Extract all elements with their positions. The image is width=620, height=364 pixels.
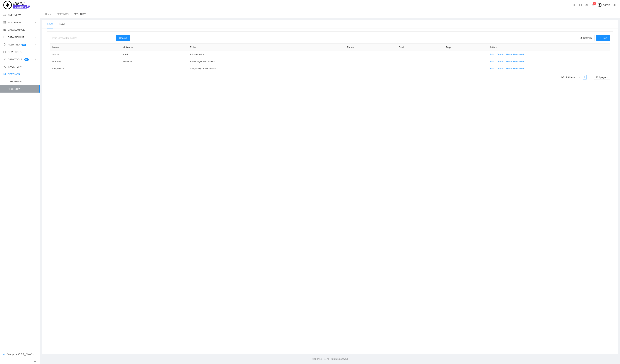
sidebar-item-overview[interactable]: OVERVIEW xyxy=(0,11,40,19)
action-reset-password[interactable]: Reset Password xyxy=(506,53,524,56)
svg-rect-3 xyxy=(5,23,6,23)
cell-nickname: readonly xyxy=(120,58,187,65)
logo[interactable]: INFINI Console //// xyxy=(0,0,40,10)
sidebar-submenu-settings: CREDENTIAL SECURITY xyxy=(0,78,40,93)
breadcrumb: Home / SETTINGS / SECURITY xyxy=(40,10,620,18)
cell-tags xyxy=(443,65,487,72)
sidebar-item-label: OVERVIEW xyxy=(8,14,36,16)
sidebar-item-platform[interactable]: PLATFORM xyxy=(0,19,40,26)
action-edit[interactable]: Edit xyxy=(489,60,494,63)
table-row: insightonlyInsightonlyUI,AllClustersEdit… xyxy=(50,65,610,72)
cell-phone xyxy=(344,51,396,58)
sidebar-subitem-credential[interactable]: CREDENTIAL xyxy=(0,78,40,85)
platform-icon xyxy=(3,21,6,24)
col-name: Name xyxy=(50,44,120,51)
svg-marker-19 xyxy=(3,353,5,355)
gear-icon xyxy=(3,73,6,75)
pagination-prev[interactable] xyxy=(578,76,581,78)
footer-copyright: ©INFINI.LTD, All Rights Reserved. xyxy=(42,354,618,362)
version-text: Enterprise (1.5.0_SNAPS... xyxy=(7,353,35,355)
notifications-icon[interactable]: 9 xyxy=(591,3,594,6)
chevron-down-icon xyxy=(35,21,36,23)
main: 9 admin Home / SETTINGS / SECURITY User … xyxy=(40,0,620,364)
chevron-down-icon xyxy=(35,58,36,60)
sidebar-item-data-insight[interactable]: DATA INSIGHT xyxy=(0,33,40,41)
tab-role[interactable]: Role xyxy=(59,20,65,29)
new-button[interactable]: New xyxy=(596,35,610,41)
sidebar-item-dev-tools[interactable]: DEV TOOLS xyxy=(0,48,40,56)
cell-actions: Edit|Delete|Reset Password xyxy=(487,51,610,58)
avatar-icon xyxy=(598,3,602,7)
refresh-icon xyxy=(580,37,582,39)
svg-line-16 xyxy=(4,66,5,67)
sidebar-collapse-toggle[interactable] xyxy=(0,358,40,364)
fullscreen-icon[interactable] xyxy=(579,3,582,6)
pagination-page-1[interactable]: 1 xyxy=(583,75,587,79)
sidebar-subitem-security[interactable]: SECURITY xyxy=(0,85,40,93)
action-delete[interactable]: Delete xyxy=(496,60,503,63)
svg-point-13 xyxy=(4,67,4,67)
breadcrumb-settings[interactable]: SETTINGS xyxy=(57,13,69,15)
tool-icon xyxy=(3,58,6,61)
svg-point-15 xyxy=(5,67,5,67)
svg-point-14 xyxy=(5,66,5,66)
alert-icon xyxy=(3,43,6,46)
language-icon[interactable] xyxy=(613,3,616,6)
refresh-button[interactable]: Refresh xyxy=(577,35,594,41)
search-input[interactable] xyxy=(50,35,116,41)
cell-email xyxy=(396,65,443,72)
cell-tags xyxy=(443,51,487,58)
action-edit[interactable]: Edit xyxy=(489,53,494,56)
action-delete[interactable]: Delete xyxy=(496,53,503,56)
chevron-down-icon xyxy=(607,76,608,78)
cell-name: readonly xyxy=(50,58,120,65)
sidebar-item-label: DEV TOOLS xyxy=(8,51,35,53)
chevron-up-icon xyxy=(35,73,36,75)
tabs: User Role xyxy=(42,20,618,29)
col-actions: Actions xyxy=(487,44,610,51)
pagination-next[interactable] xyxy=(588,76,591,78)
pro-badge: Pro xyxy=(24,58,29,61)
sidebar-item-label: ALERTING xyxy=(8,43,20,46)
table-row: adminadminAdministratorEdit|Delete|Reset… xyxy=(50,51,610,58)
sidebar-item-inventory[interactable]: INVENTORY xyxy=(0,63,40,70)
sidebar-item-label: SETTINGS xyxy=(8,73,35,75)
username: admin xyxy=(603,3,610,6)
logo-mark-icon xyxy=(3,1,12,9)
sidebar-subitem-label: CREDENTIAL xyxy=(8,80,23,83)
sidebar-item-alerting[interactable]: ALERTING Pro xyxy=(0,41,40,48)
table-row: readonlyreadonlyReadonlyUI,AllClustersEd… xyxy=(50,58,610,65)
plus-icon xyxy=(599,37,602,39)
globe-status-icon[interactable] xyxy=(573,3,576,6)
terminal-icon xyxy=(3,51,6,53)
sidebar-item-data-manage[interactable]: DATA MANAGE xyxy=(0,26,40,33)
cell-name: insightonly xyxy=(50,65,120,72)
action-delete[interactable]: Delete xyxy=(496,67,503,70)
page-size-select[interactable]: 20 / page xyxy=(594,75,610,79)
action-edit[interactable]: Edit xyxy=(489,67,494,70)
chart-icon xyxy=(3,36,6,38)
svg-rect-2 xyxy=(4,23,4,23)
users-table: Name Nickname Roles Phone Email Tags Act… xyxy=(50,44,610,72)
tab-user[interactable]: User xyxy=(47,20,53,29)
content-card: User Role Search Refresh xyxy=(42,20,618,354)
search-button[interactable]: Search xyxy=(116,35,130,41)
sidebar: INFINI Console //// OVERVIEW PLATFORM DA… xyxy=(0,0,40,364)
cell-email xyxy=(396,51,443,58)
help-icon[interactable] xyxy=(585,3,588,6)
sidebar-item-label: DATA TOOLS xyxy=(8,58,22,61)
sidebar-item-settings[interactable]: SETTINGS xyxy=(0,70,40,78)
user-menu[interactable]: admin xyxy=(598,3,610,7)
col-email: Email xyxy=(396,44,443,51)
sidebar-item-data-tools[interactable]: DATA TOOLS Pro xyxy=(0,56,40,63)
breadcrumb-home[interactable]: Home xyxy=(45,13,52,15)
cell-nickname: admin xyxy=(120,51,187,58)
pagination: 1-3 of 3 items 1 20 / page xyxy=(50,75,610,79)
action-reset-password[interactable]: Reset Password xyxy=(506,67,524,70)
cell-phone xyxy=(344,58,396,65)
action-reset-password[interactable]: Reset Password xyxy=(506,60,524,63)
version-info[interactable]: Enterprise (1.5.0_SNAPS... xyxy=(0,350,40,358)
svg-rect-11 xyxy=(4,51,6,53)
collapse-icon xyxy=(33,359,36,362)
sidebar-item-label: PLATFORM xyxy=(8,21,35,24)
